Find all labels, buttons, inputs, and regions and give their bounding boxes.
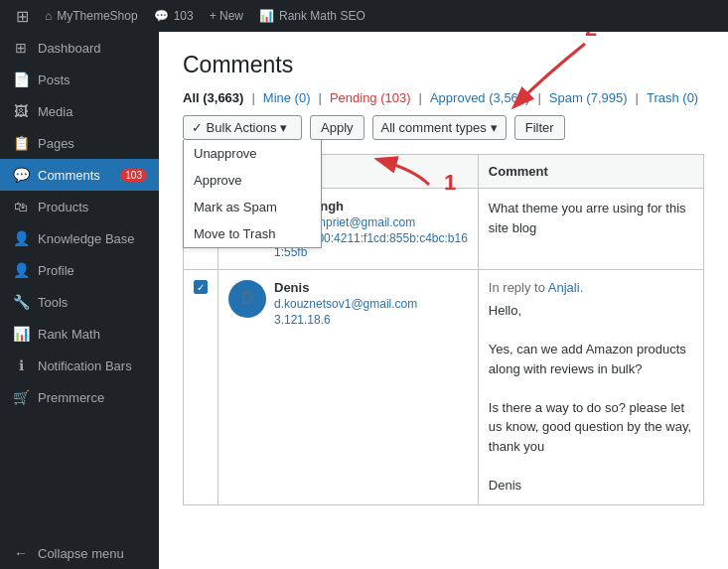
media-icon: 🖼 xyxy=(12,103,30,119)
page-title: Comments xyxy=(183,52,704,78)
filter-bar: All (3,663) | Mine (0) | Pending (103) |… xyxy=(183,90,704,105)
comments-menu[interactable]: 💬 103 xyxy=(146,0,202,32)
comment-line-3: Is there a way to do so? please let us k… xyxy=(489,398,693,457)
annotation-2: 2 xyxy=(585,32,597,41)
sidebar-item-premmerce[interactable]: 🛒 Premmerce xyxy=(0,381,159,413)
new-content-menu[interactable]: + New xyxy=(202,0,251,32)
comments-icon: 💬 xyxy=(154,9,169,23)
sidebar-item-dashboard[interactable]: ⊞ Dashboard xyxy=(0,32,159,64)
sidebar-item-comments[interactable]: 💬 Comments 103 xyxy=(0,159,159,191)
row2-author-cell: D Denis d.kouznetsov1@gmail.com 3.121.18… xyxy=(218,270,479,505)
knowledge-base-icon: 👤 xyxy=(12,230,30,246)
rank-math-icon: 📊 xyxy=(12,326,30,342)
sidebar-item-label: Posts xyxy=(38,72,147,87)
row2-comment-text: Hello, Yes, can we add Amazon products a… xyxy=(489,301,693,495)
filter-spam[interactable]: Spam (7,995) xyxy=(549,90,628,105)
sidebar-item-knowledge-base[interactable]: 👤 Knowledge Base xyxy=(0,222,159,254)
sidebar-item-label: Premmerce xyxy=(38,390,147,405)
comment-type-label: All comment types xyxy=(381,120,487,135)
bulk-option-unapprove[interactable]: Unapprove xyxy=(184,140,321,167)
sidebar-item-products[interactable]: 🛍 Products xyxy=(0,191,159,222)
tools-icon: 🔧 xyxy=(12,294,30,310)
sidebar-item-collapse[interactable]: ← Collapse menu xyxy=(0,537,159,569)
sidebar: ⊞ Dashboard 📄 Posts 🖼 Media 📋 Pages 💬 Co… xyxy=(0,32,159,569)
sidebar-item-label: Pages xyxy=(38,136,147,151)
row2-comment-cell: In reply to Anjali. Hello, Yes, can we a… xyxy=(478,270,703,505)
row2-checkbox-cell: ✓ xyxy=(184,270,218,505)
comment-line-2: Yes, can we add Amazon products along wi… xyxy=(489,340,693,378)
sidebar-item-label: Tools xyxy=(38,295,147,310)
move-to-trash-label: Move to Trash xyxy=(194,226,275,241)
row2-checkbox[interactable]: ✓ xyxy=(194,280,208,294)
sidebar-item-pages[interactable]: 📋 Pages xyxy=(0,127,159,159)
main-content: Comments All (3,663) | Mine (0) | Pendin… xyxy=(159,32,728,569)
comments-count: 103 xyxy=(174,9,194,23)
sidebar-item-media[interactable]: 🖼 Media xyxy=(0,95,159,127)
sidebar-item-rank-math[interactable]: 📊 Rank Math xyxy=(0,318,159,350)
sidebar-item-label: Products xyxy=(38,200,147,214)
sidebar-item-label: Dashboard xyxy=(38,41,147,56)
row2-author-details: Denis d.kouznetsov1@gmail.com 3.121.18.6 xyxy=(274,280,417,327)
premmerce-icon: 🛒 xyxy=(12,389,30,405)
row2-author-info: D Denis d.kouznetsov1@gmail.com 3.121.18… xyxy=(228,280,468,327)
mark-spam-label: Mark as Spam xyxy=(194,200,277,214)
unapprove-label: Unapprove xyxy=(194,146,257,161)
sidebar-item-label: Notification Bars xyxy=(38,358,147,373)
filter-button[interactable]: Filter xyxy=(514,115,565,140)
site-menu[interactable]: ⊞ xyxy=(8,0,37,32)
bulk-option-approve[interactable]: Approve xyxy=(184,167,321,194)
row2-avatar: D xyxy=(228,280,266,318)
sidebar-item-label: Profile xyxy=(38,263,147,278)
comments-sidebar-icon: 💬 xyxy=(12,167,30,183)
comment-type-select[interactable]: All comment types ▾ xyxy=(372,115,507,140)
row2-author-name: Denis xyxy=(274,280,417,295)
sidebar-item-label: Rank Math xyxy=(38,327,147,342)
sidebar-item-tools[interactable]: 🔧 Tools xyxy=(0,286,159,318)
rankmath-icon: 📊 xyxy=(259,9,274,23)
notification-bars-icon: ℹ xyxy=(12,357,30,373)
row2-author-ip: 3.121.18.6 xyxy=(274,313,417,327)
row1-comment-cell: What theme you arre using for this site … xyxy=(478,189,703,270)
bulk-option-spam[interactable]: Mark as Spam xyxy=(184,194,321,220)
filter-trash[interactable]: Trash (0) xyxy=(647,90,698,105)
site-name: MyThemeShop xyxy=(57,9,137,23)
profile-icon: 👤 xyxy=(12,262,30,278)
rankmath-menu[interactable]: 📊 Rank Math SEO xyxy=(251,0,373,32)
site-icon: ⌂ xyxy=(45,9,52,23)
annotations-overlay: 2 xyxy=(486,32,684,125)
bulk-option-trash[interactable]: Move to Trash xyxy=(184,220,321,247)
filter-all[interactable]: All (3,663) xyxy=(183,90,243,105)
bulk-dropdown: ✓ Bulk Actions ▾ Unapprove Approve Mark … xyxy=(183,115,302,140)
filter-pending[interactable]: Pending (103) xyxy=(330,90,411,105)
reply-to-link[interactable]: Anjali xyxy=(548,280,580,295)
apply-button[interactable]: Apply xyxy=(310,115,364,140)
sidebar-item-profile[interactable]: 👤 Profile xyxy=(0,254,159,286)
main-layout: ⊞ Dashboard 📄 Posts 🖼 Media 📋 Pages 💬 Co… xyxy=(0,32,728,569)
wp-icon: ⊞ xyxy=(16,7,29,26)
admin-bar: ⊞ ⌂ MyThemeShop 💬 103 + New 📊 Rank Math … xyxy=(0,0,728,32)
sidebar-item-posts[interactable]: 📄 Posts xyxy=(0,64,159,95)
comment-line-4: Denis xyxy=(489,476,693,496)
sidebar-item-notification-bars[interactable]: ℹ Notification Bars xyxy=(0,350,159,381)
filter-mine[interactable]: Mine (0) xyxy=(263,90,311,105)
dashboard-icon: ⊞ xyxy=(12,40,30,56)
new-label: + New xyxy=(210,9,243,23)
products-icon: 🛍 xyxy=(12,199,30,214)
site-name-menu[interactable]: ⌂ MyThemeShop xyxy=(37,0,146,32)
filter-approved[interactable]: Approved (3,560) xyxy=(430,90,529,105)
row2-reply-info: In reply to Anjali. xyxy=(489,280,693,295)
th-comment: Comment 1 xyxy=(478,155,703,189)
collapse-icon: ← xyxy=(12,545,30,561)
row1-comment-text: What theme you arre using for this site … xyxy=(489,199,693,237)
pages-icon: 📋 xyxy=(12,135,30,151)
bulk-actions-label: ✓ Bulk Actions xyxy=(192,120,276,135)
sidebar-item-label: Comments xyxy=(38,168,112,183)
approve-label: Approve xyxy=(194,173,241,188)
row2-author-email[interactable]: d.kouznetsov1@gmail.com xyxy=(274,297,417,311)
apply-label: Apply xyxy=(321,120,354,135)
filter-label: Filter xyxy=(525,120,554,135)
comment-line-1: Hello, xyxy=(489,301,693,321)
bulk-actions-menu: Unapprove Approve Mark as Spam Move to T… xyxy=(183,140,322,248)
bulk-actions-button[interactable]: ✓ Bulk Actions ▾ xyxy=(183,115,302,140)
comments-badge: 103 xyxy=(120,169,147,182)
